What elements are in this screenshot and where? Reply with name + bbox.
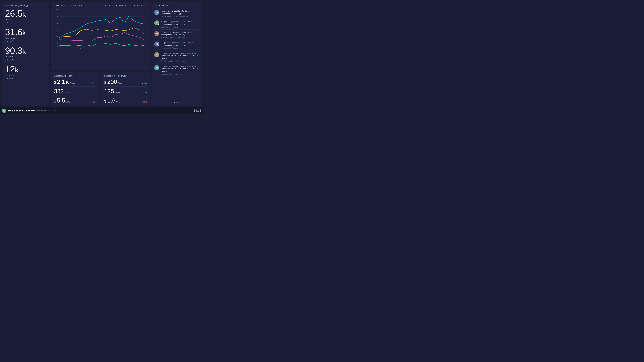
facebook-clicks-change: 35 — [143, 91, 147, 94]
linkedin-clicks-metric: 382 Clicks 78 — [54, 88, 96, 96]
facebook-spend-value: $ 200 Spend — [104, 79, 124, 85]
svg-text:13 Feb: 13 Feb — [104, 48, 108, 49]
retweet-badge: ↻ — [158, 55, 159, 57]
svg-text:200: 200 — [56, 22, 58, 24]
facebook-clicks-number: 125 — [104, 88, 114, 94]
chart-legend: LinkedIn Twitter Facebook Instagram — [105, 4, 147, 6]
instagram-count: 12k — [5, 65, 46, 74]
chart-header: Traffic from social (this month) LinkedI… — [54, 4, 147, 6]
facebook-cpc-number: 1.6 — [107, 98, 116, 103]
middle-panel: Traffic from social (this month) LinkedI… — [51, 2, 150, 106]
linkedin-cpc-metric: $ 5.5 CPC $0.5 — [54, 98, 96, 103]
tweet-item: JF ↻ RT @Ronald_vanLoon: This #AI become… — [154, 19, 199, 29]
retweet-badge: ↻ — [158, 24, 159, 25]
linkedin-count: 90.3k — [5, 46, 46, 55]
tweet-text: @tommyrandle lot of love for the new Gec… — [161, 10, 199, 15]
tweet-item: DP @tommyrandle lot of love for the new … — [154, 8, 199, 19]
avatar: FB ↻ — [154, 31, 159, 36]
geckoboard-logo — [2, 109, 6, 113]
chart-svg: 300 250 200 150 100 50 0 6 Feb 13 Feb 20… — [54, 8, 147, 50]
tweet-text: RT @Ronald_vanLoon: How To Model And Par… — [161, 52, 199, 60]
tweet-text: RT @Ronald_vanLoon: This #AI become a ch… — [161, 41, 199, 46]
facebook-label: Facebook — [5, 37, 46, 39]
retweet-badge: ↻ — [158, 34, 159, 36]
pagination-dots — [154, 102, 199, 103]
tweet-meta: Dale J. Pearson · a few seconds ago — [161, 15, 199, 17]
facebook-cpc-metric: $ 1.6 CPC $0.3 — [104, 98, 147, 103]
linkedin-ads-panel: LinkedIn Ads (7 days) $ 2.1 K Spend $0.6… — [51, 72, 100, 106]
linkedin-change: ▲ +131 — [5, 58, 46, 61]
linkedin-cpc-change: $0.5 — [91, 101, 96, 103]
avatar: PR ↻ — [154, 65, 159, 70]
twitter-change: ▲ +83 — [5, 21, 46, 24]
svg-text:20 Feb: 20 Feb — [135, 48, 140, 49]
tweet-meta: Fabricio Cavalcante · 2 hours ago — [161, 60, 199, 62]
facebook-spend-metric: $ 200 Spend $83 — [104, 79, 147, 87]
facebook-ads-title: Facebook Ads (7 days) — [104, 75, 147, 77]
retweet-badge: ↻ — [158, 45, 159, 46]
facebook-count: 31.6k — [5, 28, 46, 36]
twitter-followers: 26.5k Twitter ▲ +83 — [5, 9, 46, 24]
instagram-change: ▲ +60 — [5, 77, 46, 79]
svg-text:150: 150 — [56, 29, 58, 31]
twitter-mentions-title: Twitter mentions — [154, 4, 199, 6]
dot-active — [174, 102, 175, 103]
facebook-clicks-metric: 125 Clicks 35 — [104, 88, 147, 96]
footer-time: 18:11 — [194, 109, 201, 112]
linkedin-clicks-change: 78 — [93, 91, 96, 94]
tweet-meta: janusfury · an hour ago — [161, 26, 199, 28]
svg-text:300: 300 — [56, 9, 58, 10]
footer-powered: Powered by Geckoboard — [36, 110, 56, 112]
facebook-change: ▲ +87 — [5, 40, 46, 42]
svg-text:50: 50 — [56, 43, 58, 44]
facebook-ads-panel: Facebook Ads (7 days) $ 200 Spend $83 12… — [101, 72, 150, 106]
tweet-text: RT @Ronald_vanLoon: How To Model And Par… — [161, 65, 199, 73]
linkedin-spend-change: $0.6k — [90, 82, 96, 84]
svg-text:100: 100 — [56, 36, 58, 37]
linkedin-clicks-value: 382 Clicks — [54, 88, 70, 94]
facebook-spend-number: 200 — [107, 79, 117, 85]
linkedin-clicks-number: 382 — [54, 88, 64, 94]
tweet-list: DP @tommyrandle lot of love for the new … — [154, 8, 199, 100]
facebook-cpc-change: $0.3 — [142, 101, 147, 103]
linkedin-spend-number: 2.1 — [57, 79, 65, 85]
retweet-badge: ↻ — [158, 68, 159, 70]
footer-left: Social Media Overview Powered by Geckobo… — [2, 109, 56, 113]
tweet-text: RT @Ronald_vanLoon: This #AI become a ch… — [161, 20, 199, 25]
legend-linkedin: LinkedIn — [105, 4, 114, 6]
linkedin-cpc-value: $ 5.5 CPC — [54, 98, 70, 103]
linkedin-spend-metric: $ 2.1 K Spend $0.6k — [54, 79, 96, 87]
traffic-chart-panel: Traffic from social (this month) LinkedI… — [51, 2, 150, 70]
ads-row: LinkedIn Ads (7 days) $ 2.1 K Spend $0.6… — [51, 72, 150, 106]
footer: Social Media Overview Powered by Geckobo… — [0, 107, 204, 114]
facebook-cpc-value: $ 1.6 CPC — [104, 98, 120, 103]
svg-text:250: 250 — [56, 16, 58, 17]
instagram-followers: 12k Instagram ▲ +60 — [5, 65, 46, 79]
legend-facebook: Facebook — [125, 4, 135, 6]
avatar: DP — [154, 10, 159, 15]
tweet-item: FC ↻ RT @Ronald_vanLoon: How To Model An… — [154, 51, 199, 64]
facebook-followers: 31.6k Facebook ▲ +87 — [5, 28, 46, 42]
svg-point-18 — [4, 110, 5, 111]
followers-panel: Followers (vs yesterday) 26.5k Twitter ▲… — [2, 2, 49, 106]
tweet-meta: franc breznik · 2 hours ago — [161, 47, 199, 49]
svg-text:6 Feb: 6 Feb — [77, 48, 81, 49]
linkedin-cpc-number: 5.5 — [57, 98, 65, 103]
instagram-label: Instagram — [5, 74, 46, 76]
linkedin-label: LinkedIn — [5, 55, 46, 58]
tweet-meta: Python Roboto · 2 hours ago — [161, 73, 199, 75]
facebook-clicks-value: 125 Clicks — [104, 88, 120, 94]
avatar: FC ↻ — [154, 52, 159, 57]
legend-instagram: Instagram — [137, 4, 147, 6]
twitter-count: 26.5k — [5, 9, 46, 18]
followers-title: Followers (vs yesterday) — [5, 4, 46, 7]
twitter-change-arrow: ▲ — [5, 21, 9, 24]
tweet-meta: Felipe Bustamante · 2 hours ago — [161, 36, 199, 38]
linkedin-spend-value: $ 2.1 K Spend — [54, 79, 76, 85]
dot — [176, 102, 177, 103]
dot — [178, 102, 179, 103]
avatar: JF ↻ — [154, 20, 159, 25]
twitter-mentions-panel: Twitter mentions DP @tommyrandle lot of … — [152, 2, 202, 106]
tweet-item: FB ↻ RT @Ronald_vanLoon: This #AI become… — [154, 40, 199, 50]
tweet-item: FB ↻ RT @Ronald_vanLoon: This #AI become… — [154, 30, 199, 40]
